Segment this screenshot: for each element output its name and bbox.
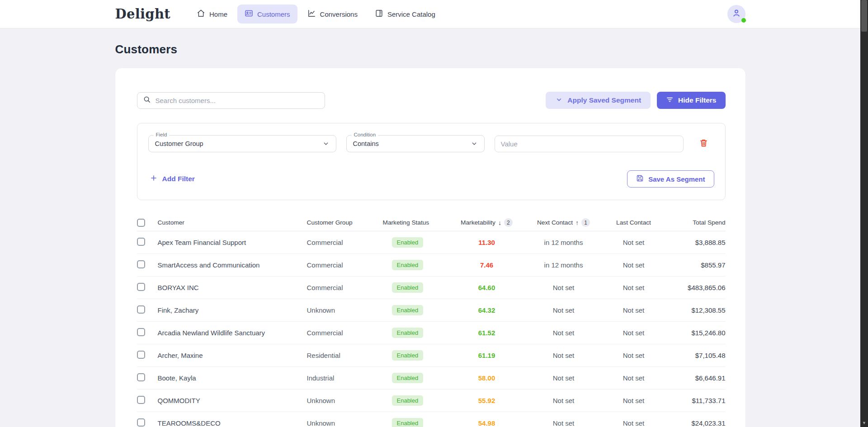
column-header-last-contact[interactable]: Last Contact bbox=[604, 219, 663, 226]
row-checkbox[interactable] bbox=[137, 328, 145, 336]
trash-icon bbox=[699, 138, 708, 149]
sort-asc-arrow-icon: ↑ bbox=[576, 219, 579, 226]
conversions-icon bbox=[307, 9, 316, 19]
total-spend-value: $15,246.80 bbox=[663, 329, 726, 337]
column-header-marketing-status[interactable]: Marketing Status bbox=[383, 219, 451, 226]
marketability-value: 58.00 bbox=[451, 374, 523, 382]
total-spend-value: $855.97 bbox=[663, 261, 726, 269]
row-checkbox[interactable] bbox=[137, 238, 145, 246]
customers-card: Apply Saved Segment Hide Filters Field bbox=[115, 68, 745, 427]
filter-field-value: Customer Group bbox=[155, 140, 203, 147]
marketability-value: 11.30 bbox=[451, 239, 523, 246]
customer-name: TEAROOMS&DECO bbox=[158, 419, 307, 427]
marketing-status-badge: Enabled bbox=[392, 328, 424, 338]
scrollbar-thumb[interactable] bbox=[861, 0, 867, 32]
next-contact-value: Not set bbox=[523, 419, 604, 427]
online-status-dot bbox=[741, 18, 746, 23]
table-body: Apex Team Financial Support Commercial E… bbox=[137, 231, 726, 427]
table-row: Arcadia Newland Wildlife Sanctuary Comme… bbox=[137, 322, 726, 344]
user-avatar[interactable] bbox=[727, 5, 745, 23]
customer-group: Commercial bbox=[307, 239, 383, 246]
sort-desc-arrow-icon: ↓ bbox=[498, 219, 501, 226]
chevron-down-icon bbox=[322, 140, 330, 147]
marketability-value: 55.92 bbox=[451, 397, 523, 404]
chevron-down-icon bbox=[471, 140, 478, 147]
sort-order-badge: 2 bbox=[504, 218, 513, 227]
row-checkbox[interactable] bbox=[137, 373, 145, 381]
filter-condition-select[interactable]: Condition Contains bbox=[346, 135, 485, 152]
next-contact-value: Not set bbox=[523, 374, 604, 382]
column-header-customer-group[interactable]: Customer Group bbox=[307, 219, 383, 226]
row-checkbox[interactable] bbox=[137, 351, 145, 359]
hide-filters-button[interactable]: Hide Filters bbox=[657, 92, 725, 109]
last-contact-value: Not set bbox=[604, 397, 663, 404]
row-checkbox[interactable] bbox=[137, 396, 145, 404]
plus-icon bbox=[150, 174, 157, 183]
marketing-status-badge: Enabled bbox=[392, 373, 424, 383]
column-header-customer[interactable]: Customer bbox=[158, 219, 307, 226]
next-contact-value: Not set bbox=[523, 284, 604, 291]
scrollbar-down-arrow[interactable]: ▼ bbox=[860, 419, 868, 426]
chevron-down-icon bbox=[555, 96, 563, 105]
main-content: Customers Apply Saved bbox=[0, 28, 860, 427]
customer-group: Commercial bbox=[307, 261, 383, 269]
last-contact-value: Not set bbox=[604, 374, 663, 382]
filter-icon bbox=[666, 96, 674, 105]
nav-item-label: Service Catalog bbox=[387, 10, 435, 18]
save-as-segment-label: Save As Segment bbox=[648, 175, 705, 183]
marketability-value: 61.19 bbox=[451, 352, 523, 359]
page-scrollbar: ▼ bbox=[860, 0, 868, 427]
marketing-status-badge: Enabled bbox=[392, 350, 424, 361]
marketing-status-badge: Enabled bbox=[392, 305, 424, 315]
table-row: Boote, Kayla Industrial Enabled 58.00 No… bbox=[137, 367, 726, 389]
page-title: Customers bbox=[115, 42, 745, 56]
save-as-segment-button[interactable]: Save As Segment bbox=[627, 170, 714, 188]
row-checkbox[interactable] bbox=[137, 260, 145, 268]
table-row: TEAROOMS&DECO Unknown Enabled 54.98 Not … bbox=[137, 412, 726, 427]
customer-name: Arcadia Newland Wildlife Sanctuary bbox=[158, 329, 307, 337]
customers-table: Customer Customer Group Marketing Status… bbox=[137, 214, 726, 427]
customer-group: Unknown bbox=[307, 419, 383, 427]
nav-item-service-catalog[interactable]: Service Catalog bbox=[368, 5, 443, 23]
row-checkbox[interactable] bbox=[137, 418, 145, 427]
row-checkbox[interactable] bbox=[137, 305, 145, 314]
nav-item-label: Conversions bbox=[320, 10, 358, 18]
column-header-total-spend[interactable]: Total Spend bbox=[663, 219, 726, 226]
next-contact-value: in 12 months bbox=[523, 239, 604, 246]
customer-name: QOMMODITY bbox=[158, 397, 307, 404]
total-spend-value: $11,733.71 bbox=[663, 397, 726, 404]
apply-saved-segment-button[interactable]: Apply Saved Segment bbox=[546, 92, 651, 109]
customer-name: BORYAX INC bbox=[158, 284, 307, 291]
customer-name: Apex Team Financial Support bbox=[158, 239, 307, 246]
nav-item-conversions[interactable]: Conversions bbox=[300, 5, 365, 23]
add-filter-button[interactable]: Add Filter bbox=[148, 174, 197, 183]
delete-filter-button[interactable] bbox=[699, 138, 708, 149]
table-row: BORYAX INC Commercial Enabled 64.60 Not … bbox=[137, 277, 726, 299]
main-nav: Home Customers Conversions bbox=[189, 5, 443, 23]
table-row: SmartAccess and Communication Commercial… bbox=[137, 254, 726, 277]
person-icon bbox=[731, 8, 741, 20]
select-all-checkbox[interactable] bbox=[137, 219, 145, 227]
total-spend-value: $7,105.48 bbox=[663, 352, 726, 359]
last-contact-value: Not set bbox=[604, 239, 663, 246]
add-filter-label: Add Filter bbox=[162, 175, 195, 183]
table-row: QOMMODITY Unknown Enabled 55.92 Not set … bbox=[137, 389, 726, 412]
app-logo[interactable]: Delight bbox=[115, 6, 171, 22]
row-checkbox[interactable] bbox=[137, 283, 145, 291]
filter-value-input[interactable] bbox=[495, 136, 684, 152]
nav-item-customers[interactable]: Customers bbox=[237, 5, 297, 23]
service-catalog-icon bbox=[375, 9, 383, 19]
hide-filters-label: Hide Filters bbox=[678, 96, 716, 104]
customer-name: SmartAccess and Communication bbox=[158, 261, 307, 269]
last-contact-value: Not set bbox=[604, 261, 663, 269]
search-input[interactable] bbox=[156, 97, 319, 104]
column-header-next-contact[interactable]: Next Contact ↑ 1 bbox=[523, 218, 604, 227]
customer-group: Residential bbox=[307, 352, 383, 359]
next-contact-value: Not set bbox=[523, 397, 604, 404]
column-header-marketability[interactable]: Marketability ↓ 2 bbox=[451, 218, 523, 227]
customer-group: Unknown bbox=[307, 397, 383, 404]
nav-item-home[interactable]: Home bbox=[189, 5, 235, 23]
nav-item-label: Home bbox=[209, 10, 227, 18]
marketability-value: 64.60 bbox=[451, 284, 523, 291]
filter-field-select[interactable]: Field Customer Group bbox=[148, 135, 336, 152]
